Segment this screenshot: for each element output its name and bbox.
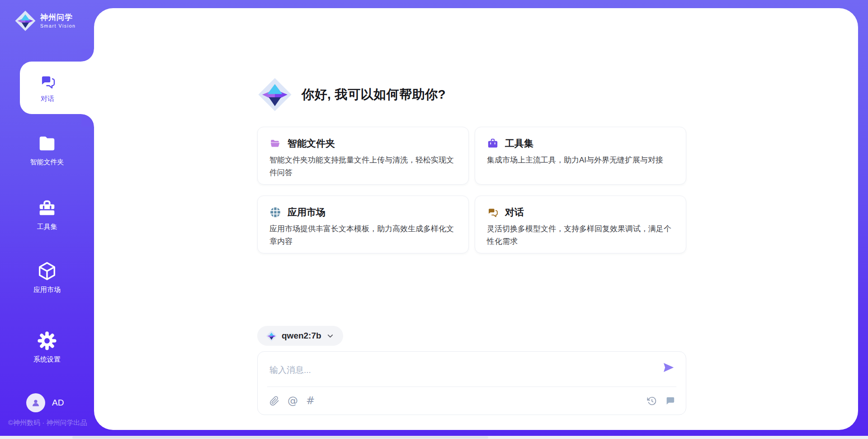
briefcase-icon bbox=[37, 198, 57, 219]
user-account[interactable]: AD bbox=[26, 393, 64, 412]
main-panel: 你好, 我可以如何帮助你? 智能文件夹 智能文件夹功能支持批量文件上传与清洗，轻… bbox=[94, 8, 858, 430]
user-name: AD bbox=[52, 398, 64, 408]
app-window: 神州问学 Smart Vision 对话 智能文件夹 bbox=[0, 0, 868, 439]
feature-card-chat[interactable]: 对话 灵活切换多模型文件，支持多样回复效果调试，满足个性化需求 bbox=[475, 196, 686, 253]
cube-icon bbox=[37, 261, 57, 282]
folder-open-icon bbox=[269, 138, 281, 149]
card-description: 应用市场提供丰富长文本模板，助力高效生成多样化文章内容 bbox=[269, 223, 457, 248]
greeting: 你好, 我可以如何帮助你? bbox=[257, 77, 686, 112]
history-icon bbox=[647, 396, 657, 406]
briefcase-icon bbox=[487, 138, 499, 149]
paperclip-icon bbox=[269, 396, 279, 406]
sidebar-item-label: 应用市场 bbox=[33, 286, 61, 294]
sidebar-item-settings[interactable]: 系统设置 bbox=[0, 330, 94, 364]
model-gem-icon bbox=[266, 330, 277, 342]
card-title: 对话 bbox=[505, 206, 524, 219]
user-avatar bbox=[26, 393, 45, 412]
composer: @ # bbox=[257, 351, 686, 415]
sidebar-footer: ©神州数码 · 神州问学出品 bbox=[8, 419, 87, 427]
model-name: qwen2:7b bbox=[282, 331, 321, 341]
card-description: 灵活切换多模型文件，支持多样回复效果调试，满足个性化需求 bbox=[487, 223, 674, 248]
chat-bubbles-icon bbox=[38, 72, 57, 92]
chat-bubble-icon bbox=[665, 396, 675, 406]
grid-icon bbox=[269, 206, 281, 218]
person-icon bbox=[30, 397, 41, 408]
horizontal-scrollbar[interactable] bbox=[0, 436, 868, 439]
message-input[interactable] bbox=[258, 352, 645, 385]
sidebar-item-label: 工具集 bbox=[37, 223, 57, 231]
feature-card-smart-folder[interactable]: 智能文件夹 智能文件夹功能支持批量文件上传与清洗，轻松实现文件问答 bbox=[257, 127, 469, 185]
mention-button[interactable]: @ bbox=[288, 396, 298, 406]
card-title: 应用市场 bbox=[288, 206, 326, 219]
folder-icon bbox=[37, 133, 57, 154]
chat-home: 你好, 我可以如何帮助你? 智能文件夹 智能文件夹功能支持批量文件上传与清洗，轻… bbox=[257, 8, 686, 415]
sidebar: 神州问学 Smart Vision 对话 智能文件夹 bbox=[0, 0, 94, 436]
sidebar-item-toolset[interactable]: 工具集 bbox=[0, 198, 94, 231]
greeting-title: 你好, 我可以如何帮助你? bbox=[302, 86, 446, 103]
sidebar-item-label: 系统设置 bbox=[33, 355, 61, 364]
chevron-down-icon bbox=[326, 332, 335, 340]
composer-toolbar: @ # bbox=[269, 387, 675, 415]
feature-card-app-market[interactable]: 应用市场 应用市场提供丰富长文本模板，助力高效生成多样化文章内容 bbox=[257, 196, 469, 253]
brand-subtitle: Smart Vision bbox=[40, 23, 76, 29]
card-title: 工具集 bbox=[505, 137, 533, 150]
send-button[interactable] bbox=[661, 360, 676, 376]
hash-icon: # bbox=[306, 396, 315, 406]
model-selector[interactable]: qwen2:7b bbox=[257, 326, 343, 346]
history-button[interactable] bbox=[647, 396, 657, 406]
sidebar-item-app-market[interactable]: 应用市场 bbox=[0, 261, 94, 294]
attach-button[interactable] bbox=[269, 396, 279, 406]
greeting-gem-icon bbox=[257, 77, 292, 112]
sidebar-item-chat[interactable]: 对话 bbox=[20, 62, 94, 114]
sidebar-item-label: 智能文件夹 bbox=[30, 158, 64, 167]
send-icon bbox=[662, 361, 675, 374]
feature-cards: 智能文件夹 智能文件夹功能支持批量文件上传与清洗，轻松实现文件问答 bbox=[257, 127, 686, 253]
scrollbar-thumb[interactable] bbox=[72, 436, 488, 439]
feedback-button[interactable] bbox=[665, 396, 675, 406]
feature-card-toolset[interactable]: 工具集 集成市场上主流工具，助力AI与外界无缝扩展与对接 bbox=[475, 127, 686, 185]
brand: 神州问学 Smart Vision bbox=[14, 10, 76, 32]
card-title: 智能文件夹 bbox=[288, 137, 335, 150]
sidebar-item-label: 对话 bbox=[41, 95, 54, 103]
at-icon: @ bbox=[288, 396, 298, 406]
chat-icon bbox=[487, 206, 499, 218]
gear-icon bbox=[37, 330, 57, 351]
brand-gem-icon bbox=[14, 10, 36, 32]
card-description: 智能文件夹功能支持批量文件上传与清洗，轻松实现文件问答 bbox=[269, 154, 457, 179]
card-description: 集成市场上主流工具，助力AI与外界无缝扩展与对接 bbox=[487, 154, 674, 167]
topic-button[interactable]: # bbox=[306, 396, 315, 406]
sidebar-item-smart-folder[interactable]: 智能文件夹 bbox=[0, 133, 94, 167]
brand-name: 神州问学 bbox=[40, 13, 76, 22]
